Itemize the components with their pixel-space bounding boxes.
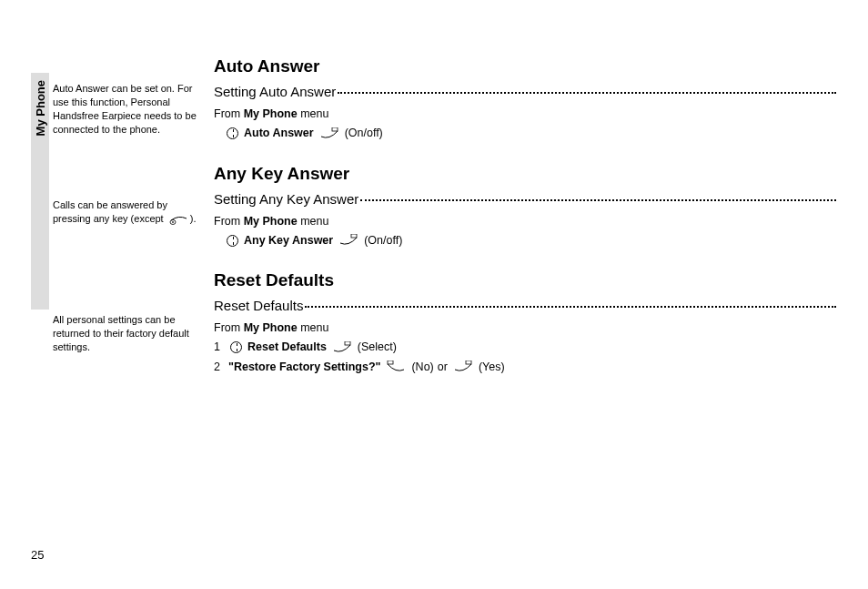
- margin-note-auto-answer: Auto Answer can be set on. For use this …: [53, 82, 207, 136]
- svg-rect-1: [332, 127, 338, 131]
- instructions-any-key: From My Phone menu Any Key Answer (On/of…: [214, 212, 838, 251]
- section-tab-label: My Phone: [34, 80, 47, 136]
- margin-note-any-key-tail: ).: [190, 213, 197, 224]
- toc-title: Setting Any Key Answer: [214, 191, 358, 207]
- power-key-icon: [168, 213, 188, 226]
- instructions-reset: From My Phone menu 1 Reset Defaults (Sel…: [214, 319, 838, 377]
- from-suffix: menu: [298, 107, 329, 120]
- heading-any-key: Any Key Answer: [214, 164, 838, 184]
- toc-title: Reset Defaults: [214, 298, 303, 313]
- from-prefix: From: [214, 321, 244, 334]
- action-label: (Select): [358, 338, 397, 357]
- step-2: 2 "Restore Factory Settings?" (No) or (Y…: [214, 358, 838, 377]
- from-line: From My Phone menu: [214, 319, 838, 338]
- toc-leader-dots: [360, 190, 836, 201]
- heading-auto-answer: Auto Answer: [214, 56, 838, 76]
- main-content: Auto Answer Setting Auto Answer From My …: [214, 56, 838, 397]
- action-label: (On/off): [364, 231, 402, 250]
- from-line: From My Phone menu: [214, 212, 838, 231]
- step-line: Any Key Answer (On/off): [225, 231, 838, 250]
- from-prefix: From: [214, 215, 244, 228]
- section-tab: My Phone: [31, 73, 49, 310]
- action-yes: (Yes): [479, 358, 505, 377]
- soft-key-right-icon: [453, 361, 473, 373]
- menu-item: Reset Defaults: [247, 338, 327, 357]
- toc-leader-dots: [305, 297, 836, 308]
- margin-note-reset: All personal settings can be returned to…: [53, 313, 207, 354]
- action-label: (On/off): [345, 124, 383, 143]
- nav-key-icon: [230, 341, 242, 353]
- page-number: 25: [31, 548, 44, 562]
- prompt-text: "Restore Factory Settings?": [228, 358, 380, 377]
- toc-title: Setting Auto Answer: [214, 84, 336, 99]
- from-suffix: menu: [298, 321, 329, 334]
- from-menu-name: My Phone: [244, 215, 298, 228]
- from-line: From My Phone menu: [214, 105, 838, 124]
- menu-item: Auto Answer: [244, 124, 314, 143]
- from-suffix: menu: [298, 215, 329, 228]
- step-1: 1 Reset Defaults (Select): [214, 338, 838, 357]
- heading-reset: Reset Defaults: [214, 270, 838, 290]
- toc-auto-answer: Setting Auto Answer: [214, 84, 838, 99]
- action-no: (No): [411, 358, 433, 377]
- soft-key-left-icon: [386, 361, 406, 373]
- toc-reset: Reset Defaults: [214, 298, 838, 313]
- margin-note-any-key: Calls can be answered by pressing any ke…: [53, 198, 207, 226]
- soft-key-icon: [338, 234, 358, 247]
- svg-rect-5: [466, 361, 471, 364]
- svg-rect-2: [351, 234, 357, 238]
- step-number: 1: [214, 338, 225, 357]
- soft-key-icon: [319, 127, 339, 140]
- step-number: 2: [214, 358, 225, 377]
- svg-rect-4: [388, 361, 393, 364]
- margin-note-any-key-text: Calls can be answered by pressing any ke…: [53, 199, 167, 224]
- nav-key-icon: [227, 127, 238, 139]
- from-menu-name: My Phone: [244, 321, 298, 334]
- toc-any-key: Setting Any Key Answer: [214, 191, 838, 207]
- from-menu-name: My Phone: [244, 107, 298, 120]
- svg-rect-3: [345, 341, 350, 345]
- instructions-auto-answer: From My Phone menu Auto Answer (On/off): [214, 105, 838, 144]
- action-or: or: [438, 358, 448, 377]
- nav-key-icon: [227, 235, 238, 247]
- soft-key-icon: [332, 341, 352, 354]
- from-prefix: From: [214, 107, 244, 120]
- step-line: Auto Answer (On/off): [225, 124, 838, 143]
- menu-item: Any Key Answer: [244, 231, 333, 250]
- toc-leader-dots: [338, 83, 836, 94]
